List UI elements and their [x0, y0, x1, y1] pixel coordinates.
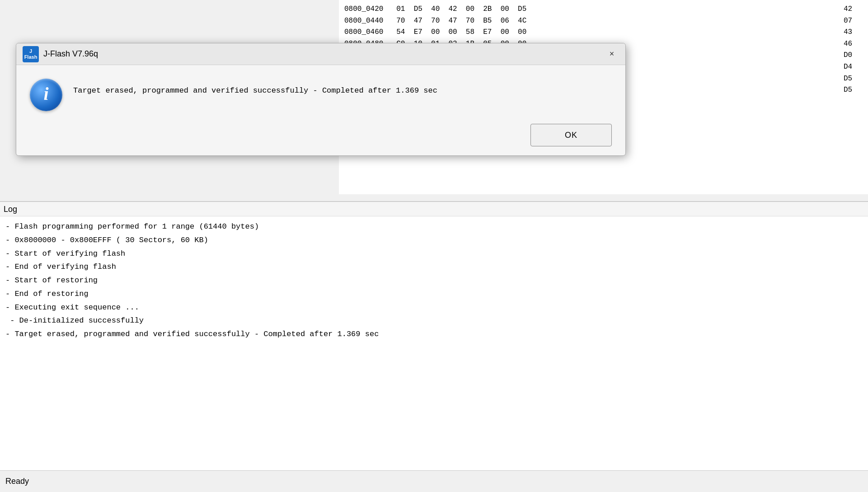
log-line-7: - Executing exit sequence ... [5, 301, 863, 314]
log-line-1: - Flash programming performed for 1 rang… [5, 220, 863, 234]
log-line-8: - De-initialized successfully [5, 314, 863, 328]
hex-line-3: 0800_0460 54 E7 00 00 58 E7 00 00 [344, 27, 863, 38]
dialog-title: J-Flash V7.96q [43, 49, 98, 59]
ok-button[interactable]: OK [530, 124, 612, 146]
hex-line-2: 0800_0440 70 47 70 47 70 B5 06 4C [344, 15, 863, 27]
log-line-9: - Target erased, programmed and verified… [5, 328, 863, 341]
log-content: - Flash programming performed for 1 rang… [0, 216, 868, 345]
status-bar: Ready [0, 470, 868, 492]
log-line-4: - End of verifying flash [5, 260, 863, 274]
dialog-title-left: JFlash J-Flash V7.96q [23, 46, 98, 62]
log-line-2: - 0x8000000 - 0x800EFFF ( 30 Sectors, 60… [5, 234, 863, 247]
dialog-message: Target erased, programmed and verified s… [73, 79, 612, 97]
status-text: Ready [5, 477, 29, 486]
dialog-footer: OK [16, 124, 625, 155]
log-header: Log [0, 202, 868, 216]
dialog-titlebar: JFlash J-Flash V7.96q × [16, 43, 625, 65]
info-icon: i [30, 79, 62, 111]
log-area: Log - Flash programming performed for 1 … [0, 201, 868, 470]
dialog-body: i Target erased, programmed and verified… [16, 65, 625, 124]
jflash-app-icon: JFlash [23, 46, 39, 62]
hex-line-1: 0800_0420 01 D5 40 42 00 2B 00 D5 [344, 4, 863, 15]
log-line-3: - Start of verifying flash [5, 247, 863, 261]
success-dialog: JFlash J-Flash V7.96q × i Target erased,… [16, 43, 626, 156]
log-line-6: - End of restoring [5, 287, 863, 301]
dialog-close-button[interactable]: × [605, 47, 619, 61]
log-line-5: - Start of restoring [5, 274, 863, 287]
hex-right-clip: 42 07 43 46 D0 D4 D5 D5 [842, 0, 868, 194]
